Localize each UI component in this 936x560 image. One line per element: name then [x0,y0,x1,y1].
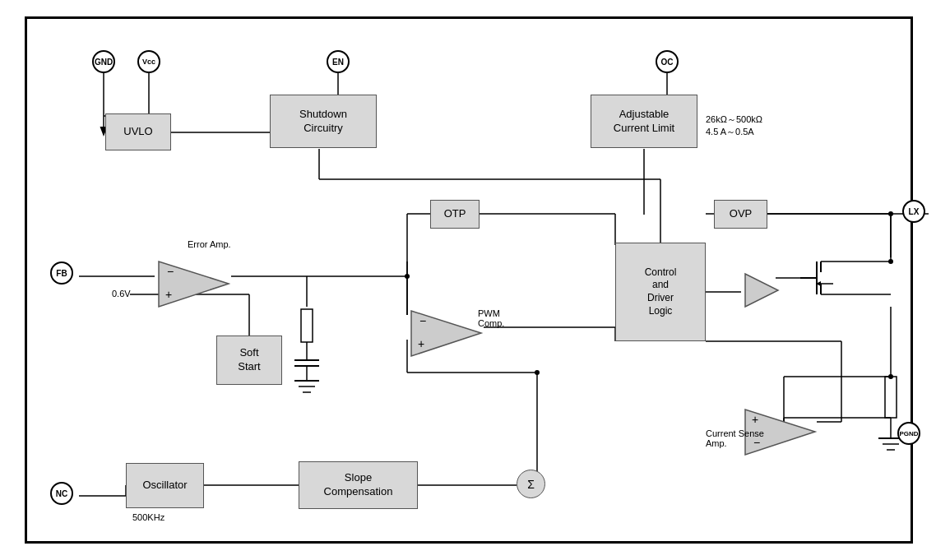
svg-point-78 [888,211,893,216]
pin-pgnd: PGND [897,422,920,445]
current-sense-label: Current Sense Amp. [706,428,764,448]
error-amp: − + [155,257,233,311]
summer-block: Σ [517,470,545,498]
svg-text:+: + [418,337,424,350]
svg-marker-85 [745,274,778,307]
voltage-ref-label: 0.6V [112,289,131,299]
pin-lx: LX [902,200,925,223]
svg-text:+: + [752,413,758,426]
svg-marker-73 [816,281,821,286]
error-amp-label: Error Amp. [188,239,231,249]
svg-point-75 [888,259,893,264]
pin-nc: NC [50,482,73,505]
diagram-border: GND Vcc EN OC LX FB NC PGND UVL [25,16,913,544]
svg-point-23 [405,274,410,279]
block-control-logic: Control and Driver Logic [615,243,706,341]
pin-fb: FB [50,261,73,285]
pwm-comp-label: PWM Comp. [478,308,504,328]
block-ovp: OVP [714,200,767,229]
svg-text:−: − [419,314,426,327]
svg-text:−: − [167,265,174,278]
block-uvlo: UVLO [105,113,171,150]
svg-point-61 [535,370,540,375]
block-shutdown: Shutdown Circuitry [270,95,377,148]
resistance-range-label: 26kΩ～500kΩ 4.5 A～0.5A [706,113,762,138]
driver-amp [741,270,782,311]
block-slope-comp: Slope Compensation [299,461,418,509]
block-oscillator: Oscillator [126,463,204,508]
svg-text:+: + [165,288,172,301]
block-otp: OTP [430,200,480,229]
block-adj-current: Adjustable Current Limit [591,95,697,148]
diagram-canvas: GND Vcc EN OC LX FB NC PGND UVL [0,0,936,560]
pin-oc: OC [656,50,679,73]
pin-gnd: GND [92,50,115,73]
svg-point-52 [888,374,893,379]
pin-vcc: Vcc [137,50,160,73]
block-soft-start: Soft Start [216,336,282,385]
svg-rect-25 [301,309,313,342]
svg-rect-45 [885,377,897,418]
freq-label: 500KHz [132,512,164,522]
pwm-comp: − + [407,307,485,360]
pin-en: EN [327,50,350,73]
